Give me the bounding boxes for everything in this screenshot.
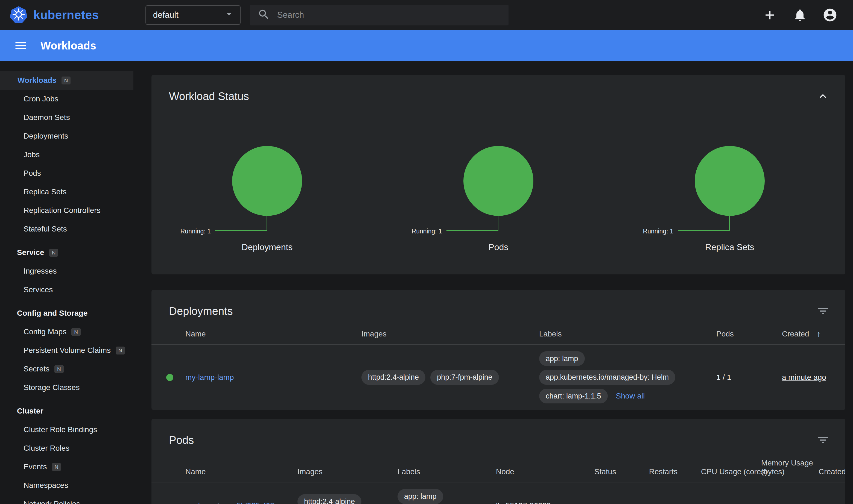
pie-callout-line xyxy=(678,216,730,231)
pods-count: 1 / 1 xyxy=(716,373,782,382)
main-content: Workload Status Running: 1 Deployments R… xyxy=(152,61,845,504)
search-box xyxy=(250,5,509,25)
sidebar-item-label: Cron Jobs xyxy=(23,94,58,103)
deployment-table-row[interactable]: my-lamp-lamp httpd:2.4-alpine php:7-fpm-… xyxy=(152,345,845,410)
sidebar-item-label: Config Maps xyxy=(23,327,67,336)
sidebar-item-config-maps[interactable]: Config Maps N xyxy=(0,323,142,341)
sidebar-item-service[interactable]: Service N xyxy=(0,243,142,262)
column-header-status: Status xyxy=(594,467,649,476)
filter-icon[interactable] xyxy=(813,301,833,321)
search-input[interactable] xyxy=(277,10,501,20)
pie-callout-label: Running: 1 xyxy=(643,228,673,235)
sidebar-item-label: Cluster xyxy=(17,407,43,415)
column-header-restarts: Restarts xyxy=(649,467,701,476)
column-header-created[interactable]: Created ↑ xyxy=(819,467,845,476)
sidebar-section-config-and-storage[interactable]: Config and Storage xyxy=(0,304,142,323)
sidebar-item-pods[interactable]: Pods xyxy=(0,164,142,183)
new-badge: N xyxy=(115,346,125,355)
deployments-card: Deployments Name Images Labels Pods Crea… xyxy=(152,290,845,410)
status-ok-icon xyxy=(166,374,185,381)
sidebar-item-cluster-roles[interactable]: Cluster Roles xyxy=(0,439,142,457)
show-all-link[interactable]: Show all xyxy=(616,392,645,400)
pod-table-row[interactable]: my-lamp-lamp-5fd985cf68-jwvz4 httpd:2.4-… xyxy=(152,482,845,504)
sidebar-item-label: Namespaces xyxy=(23,481,68,490)
deployments-title: Deployments xyxy=(169,305,233,317)
chart-title: Deployments xyxy=(242,242,293,252)
sidebar-item-cluster-role-bindings[interactable]: Cluster Role Bindings xyxy=(0,420,142,439)
node-name: lke55127-86393-622f8d09399a xyxy=(496,501,594,504)
sidebar-item-cron-jobs[interactable]: Cron Jobs xyxy=(0,90,142,108)
column-header-memory: Memory Usage (bytes) xyxy=(761,458,819,476)
labels-cell: app: lamp app.kubernetes.io/managed-by: … xyxy=(539,351,716,403)
sidebar-item-persistent-volume-claims[interactable]: Persistent Volume Claims N xyxy=(0,341,142,360)
sidebar-item-label: Cluster Roles xyxy=(23,444,69,453)
sidebar-item-daemon-sets[interactable]: Daemon Sets xyxy=(0,108,142,127)
collapse-card-button[interactable] xyxy=(813,86,833,107)
image-chip: php:7-fpm-alpine xyxy=(430,370,499,384)
sidebar-section-cluster[interactable]: Cluster xyxy=(0,402,142,420)
pods-table-header: Name Images Labels Node Status Restarts … xyxy=(152,458,845,482)
search-icon xyxy=(257,8,270,22)
sidebar-item-jobs[interactable]: Jobs xyxy=(0,145,142,164)
sidebar: Workloads N Cron Jobs Daemon Sets Deploy… xyxy=(0,61,142,504)
new-badge: N xyxy=(61,76,71,85)
pods-pie-chart: Running: 1 Pods xyxy=(383,146,614,252)
sidebar-item-events[interactable]: Events N xyxy=(0,457,142,476)
column-header-cpu: CPU Usage (cores) xyxy=(701,467,761,476)
caret-down-icon xyxy=(223,8,235,22)
sidebar-item-secrets[interactable]: Secrets N xyxy=(0,360,142,378)
kubernetes-logo-link[interactable]: kubernetes xyxy=(10,6,99,24)
sidebar-item-services[interactable]: Services xyxy=(0,281,142,299)
sidebar-item-label: Pods xyxy=(23,169,41,178)
pod-name-link[interactable]: my-lamp-lamp-5fd985cf68-jwvz4 xyxy=(185,501,277,504)
workload-status-title: Workload Status xyxy=(169,90,249,103)
deployments-pie-chart: Running: 1 Deployments xyxy=(152,146,383,252)
label-chip: app.kubernetes.io/managed-by: Helm xyxy=(539,370,675,384)
sidebar-item-label: Config and Storage xyxy=(17,309,88,318)
label-chip: app: lamp xyxy=(397,489,443,504)
sidebar-item-replication-controllers[interactable]: Replication Controllers xyxy=(0,201,142,220)
workload-status-charts: Running: 1 Deployments Running: 1 Pods R… xyxy=(152,114,845,252)
sidebar-item-label: Workloads xyxy=(18,76,57,85)
app-bar: Workloads xyxy=(0,30,853,61)
pie-callout-label: Running: 1 xyxy=(412,228,442,235)
account-button[interactable] xyxy=(820,5,840,25)
chart-title: Pods xyxy=(488,242,508,252)
filter-icon[interactable] xyxy=(813,430,833,450)
column-header-name: Name xyxy=(185,330,361,338)
new-badge: N xyxy=(71,328,81,336)
top-bar: kubernetes default xyxy=(0,0,853,30)
sidebar-item-storage-classes[interactable]: Storage Classes xyxy=(0,378,142,397)
column-header-created[interactable]: Created ↑ xyxy=(782,330,845,338)
notifications-button[interactable] xyxy=(789,5,810,25)
image-chip: httpd:2.4-alpine xyxy=(298,494,361,504)
image-chip: httpd:2.4-alpine xyxy=(361,370,425,384)
namespace-value: default xyxy=(153,10,179,20)
namespace-selector[interactable]: default xyxy=(145,5,241,25)
labels-cell: app: lamp pod-template-hash: 5fd985cf68 xyxy=(397,489,496,504)
pie-running xyxy=(232,146,302,216)
new-badge: N xyxy=(52,463,61,471)
sidebar-item-namespaces[interactable]: Namespaces xyxy=(0,476,142,495)
column-header-labels: Labels xyxy=(397,467,496,476)
create-resource-button[interactable] xyxy=(760,5,780,25)
sidebar-item-label: Events xyxy=(23,463,47,471)
sidebar-item-label: Cluster Role Bindings xyxy=(23,425,97,434)
sidebar-item-deployments[interactable]: Deployments xyxy=(0,127,142,145)
menu-icon[interactable] xyxy=(13,38,29,53)
label-chip: chart: lamp-1.1.5 xyxy=(539,389,608,403)
deployment-name-link[interactable]: my-lamp-lamp xyxy=(185,373,234,381)
created-ago: a minute ago xyxy=(782,373,845,382)
column-header-node: Node xyxy=(496,467,594,476)
column-header-labels: Labels xyxy=(539,330,716,338)
sidebar-item-workloads[interactable]: Workloads N xyxy=(0,71,134,90)
sidebar-item-label: Replica Sets xyxy=(23,187,67,196)
sidebar-item-stateful-sets[interactable]: Stateful Sets xyxy=(0,220,142,238)
sidebar-item-network-policies[interactable]: Network Policies xyxy=(0,495,142,504)
deployments-table-header: Name Images Labels Pods Created ↑ xyxy=(152,330,845,345)
sidebar-item-label: Secrets xyxy=(23,365,50,373)
sidebar-item-replica-sets[interactable]: Replica Sets xyxy=(0,183,142,201)
sidebar-item-ingresses[interactable]: Ingresses xyxy=(0,262,142,281)
page-title: Workloads xyxy=(40,40,96,52)
images-cell: httpd:2.4-alpine php:7-fpm-alpine xyxy=(298,494,397,504)
